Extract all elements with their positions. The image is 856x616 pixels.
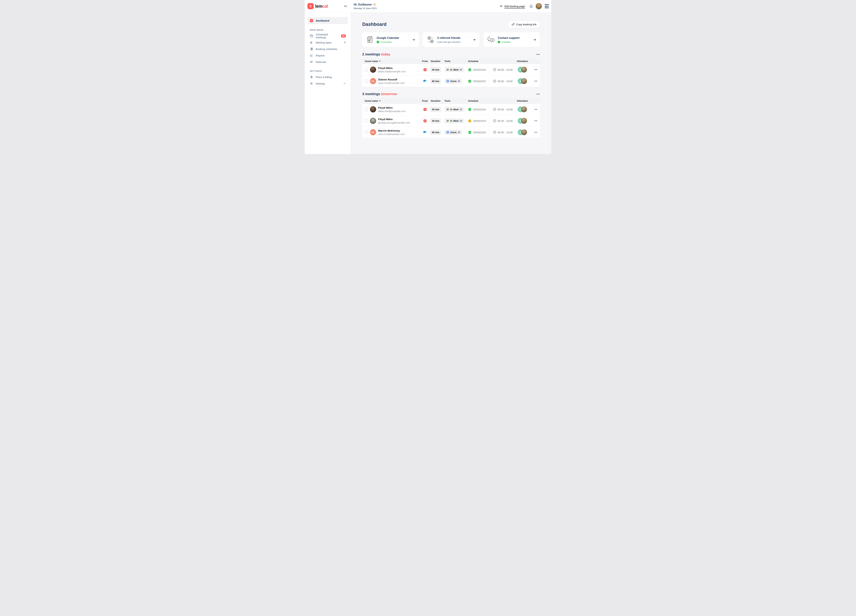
row-checkbox[interactable] bbox=[365, 68, 368, 72]
column-header[interactable]: Guest name bbox=[362, 100, 420, 102]
billing-icon bbox=[310, 75, 313, 79]
calendar-sketch-icon bbox=[366, 35, 374, 44]
card-status: Available bbox=[501, 41, 511, 43]
sidebar-item-dashboard[interactable]: Dashboard bbox=[308, 17, 348, 24]
guest-name: Dianne Russell bbox=[378, 78, 405, 81]
card-title: Contact support bbox=[498, 36, 530, 40]
duration-badge: 30 min bbox=[430, 67, 441, 72]
row-menu-button[interactable] bbox=[534, 120, 538, 122]
external-link-icon bbox=[460, 120, 462, 122]
guest-name: Floyd Miles bbox=[378, 66, 406, 70]
card-status: Connected bbox=[380, 41, 391, 43]
list-icon bbox=[310, 47, 313, 51]
schedule-time: 09:30 - 10:00 bbox=[497, 80, 513, 83]
tool-label: G. Meet bbox=[450, 68, 459, 71]
row-checkbox[interactable] bbox=[365, 119, 368, 123]
section-menu-button[interactable] bbox=[536, 53, 540, 56]
schedule-time: 09:30 - 10:00 bbox=[497, 120, 513, 122]
sidebar-header: lemcal bbox=[305, 0, 351, 12]
card-google-calendar[interactable]: Google Calendar ✓Connected bbox=[362, 32, 419, 47]
schedule-date: 20/03/2023 bbox=[473, 120, 489, 122]
duration-badge: 60 min bbox=[430, 78, 441, 84]
row-menu-button[interactable] bbox=[534, 131, 538, 134]
sidebar-item-settings[interactable]: Settings bbox=[308, 80, 348, 87]
apps-grid-icon[interactable] bbox=[545, 4, 549, 8]
sidebar-item-booking-schedules[interactable]: Booking schedules bbox=[308, 46, 348, 52]
chart-icon bbox=[310, 54, 313, 57]
chevron-down-icon[interactable] bbox=[343, 82, 346, 85]
arrow-right-icon[interactable] bbox=[530, 35, 540, 45]
greeting: Hi, Guillaume 👋🏻 bbox=[354, 3, 377, 6]
row-menu-button[interactable] bbox=[534, 108, 538, 111]
column-header: Tools bbox=[442, 60, 465, 63]
check-circle-icon: ✓ bbox=[377, 41, 379, 43]
guest-email: sara.cruz@example.com bbox=[378, 81, 405, 84]
external-link-icon bbox=[460, 108, 462, 111]
column-header: Duration bbox=[430, 100, 442, 102]
user-avatar[interactable] bbox=[536, 3, 542, 9]
external-link-icon bbox=[458, 131, 460, 134]
arrow-right-icon[interactable] bbox=[469, 35, 479, 45]
schedule-time: 09:30 - 10:00 bbox=[497, 108, 513, 111]
copy-booking-link-button[interactable]: Copy booking link bbox=[508, 20, 540, 28]
sidebar-item-meeting-types[interactable]: Meeting types + bbox=[308, 39, 348, 46]
arrow-right-icon[interactable] bbox=[408, 35, 419, 45]
guest-email: sara.cruz@example.com bbox=[378, 133, 405, 135]
tool-badge[interactable]: Zoom bbox=[445, 130, 462, 135]
gear-icon bbox=[310, 82, 313, 85]
tool-badge[interactable]: G. Meet bbox=[445, 67, 464, 72]
row-checkbox[interactable] bbox=[365, 79, 368, 83]
card-referred-friends[interactable]: 2 referred friends Invite and get reward… bbox=[423, 32, 480, 47]
row-checkbox[interactable] bbox=[365, 131, 368, 134]
column-header[interactable]: Guest name bbox=[362, 60, 420, 63]
copy-booking-link-label: Copy booking link bbox=[516, 23, 537, 26]
section-menu-button[interactable] bbox=[536, 93, 540, 95]
row-menu-button[interactable] bbox=[534, 80, 538, 82]
attendees: M bbox=[518, 118, 527, 124]
attendees: M bbox=[518, 129, 527, 135]
calendar-check-icon bbox=[468, 68, 471, 71]
lemcal-source-icon bbox=[423, 120, 426, 122]
guest-email: georgia.young@example.com bbox=[378, 121, 410, 124]
calendar-check-icon bbox=[468, 108, 471, 111]
table-header: Guest nameFromDurationToolsScheduleAtten… bbox=[362, 98, 540, 103]
guest-email: debra.holt@example.com bbox=[378, 110, 406, 112]
sidebar-item-scheduled-meetings[interactable]: Scheduled meetings 25 bbox=[308, 33, 348, 39]
card-contact-support[interactable]: Contact support ✓Available bbox=[483, 32, 540, 47]
duration-badge: 60 min bbox=[430, 130, 441, 135]
row-checkbox[interactable] bbox=[365, 108, 368, 111]
logo-wordmark: lemcal bbox=[315, 4, 328, 9]
clock-icon bbox=[493, 131, 496, 134]
tool-badge[interactable]: G. Meet bbox=[445, 107, 464, 112]
schedule-time: 09:30 - 10:00 bbox=[497, 68, 513, 71]
section-title: 2 meetings today bbox=[362, 52, 390, 56]
sidebar-item-referrals[interactable]: Referrals bbox=[308, 59, 348, 65]
zoom-icon bbox=[446, 80, 449, 83]
sidebar-item-plans-billing[interactable]: Plans & billing bbox=[308, 74, 348, 80]
clock-icon bbox=[493, 80, 496, 83]
sidebar-item-label: Settings bbox=[316, 82, 325, 85]
sparkles-icon bbox=[499, 5, 503, 8]
sidebar-item-reports[interactable]: Reports bbox=[308, 52, 348, 59]
notifications-bell-icon[interactable] bbox=[530, 5, 533, 8]
edit-booking-page-link[interactable]: Edit booking page bbox=[499, 5, 525, 8]
referral-sketch-icon bbox=[426, 36, 434, 43]
external-link-icon bbox=[458, 80, 460, 82]
table-row: ML Marvin McKinney sara.cruz@example.com… bbox=[362, 126, 540, 138]
schedule-date: 20/03/2023 bbox=[473, 131, 489, 134]
tool-badge[interactable]: Zoom bbox=[445, 78, 462, 84]
clock-icon bbox=[493, 68, 496, 71]
zoom-icon bbox=[446, 131, 449, 134]
calendar-warning-icon bbox=[468, 119, 471, 123]
add-meeting-type-button[interactable]: + bbox=[344, 41, 346, 44]
schedule-date: 20/03/2023 bbox=[473, 68, 489, 71]
sidebar-item-label: Plans & billing bbox=[316, 75, 332, 78]
dashboard-content: Dashboard Copy booking link Google Calen… bbox=[351, 12, 551, 154]
row-menu-button[interactable] bbox=[534, 68, 538, 71]
tool-badge[interactable]: G. Meet bbox=[445, 118, 464, 123]
guest-avatar bbox=[370, 118, 376, 124]
collapse-sidebar-icon[interactable] bbox=[344, 5, 347, 8]
chat-sketch-icon bbox=[487, 36, 495, 43]
lemcal-source-icon bbox=[423, 108, 426, 111]
salesforce-icon bbox=[423, 131, 427, 134]
